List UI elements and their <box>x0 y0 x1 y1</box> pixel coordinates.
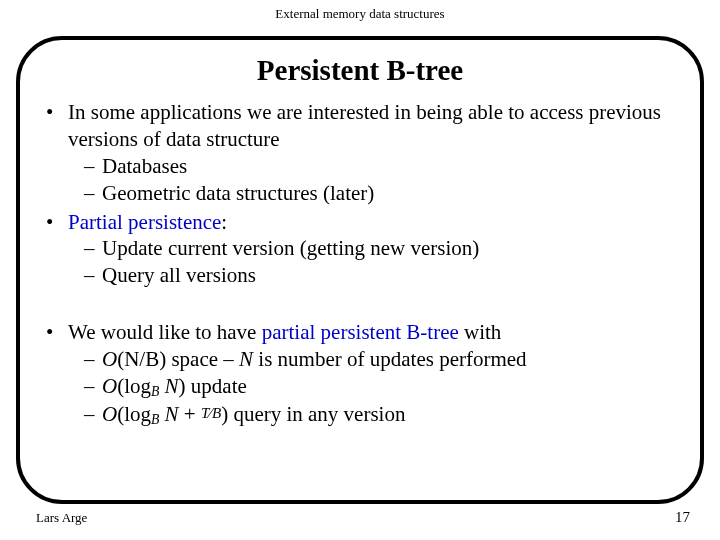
bullet-dot-icon: • <box>44 209 68 236</box>
slide-body: • In some applications we are interested… <box>44 99 676 429</box>
math-N: N <box>159 374 178 398</box>
bullet-2: • Partial persistence: <box>44 209 676 236</box>
bullet-3c: with <box>459 320 502 344</box>
math-T: T <box>201 405 209 421</box>
bullet-2-sub-2-text: Query all versions <box>102 262 676 289</box>
math-plus: + <box>179 402 201 426</box>
dash-icon: – <box>84 180 102 207</box>
footer-author: Lars Arge <box>36 510 87 526</box>
bullet-2-link-text: Partial persistence <box>68 210 221 234</box>
slide-title: Persistent B-tree <box>44 54 676 87</box>
slide: External memory data structures Persiste… <box>0 0 720 540</box>
math-O: O <box>102 347 117 371</box>
math-ologbn-query: O(logB N + T⁄B) <box>102 402 228 426</box>
footer-page-number: 17 <box>675 509 690 526</box>
bullet-3-text: We would like to have partial persistent… <box>68 319 676 346</box>
bullet-2-sub-2: – Query all versions <box>84 262 676 289</box>
math-onb: (N/B) <box>117 347 166 371</box>
bullet-1-sub-1: – Databases <box>84 153 676 180</box>
bullet-2-sub-1-text: Update current version (getting new vers… <box>102 235 676 262</box>
math-O: O <box>102 374 117 398</box>
dash-icon: – <box>84 373 102 401</box>
math-N: N <box>239 347 253 371</box>
bullet-2-sub-1: – Update current version (getting new ve… <box>84 235 676 262</box>
bullet-1-sub-2-text: Geometric data structures (later) <box>102 180 676 207</box>
math-frac: T⁄B <box>201 405 221 421</box>
bullet-dot-icon: • <box>44 319 68 346</box>
math-N: N <box>159 402 178 426</box>
bullet-1-text: In some applications we are interested i… <box>68 99 676 153</box>
text-space: space – <box>166 347 239 371</box>
math-open-log: (log <box>117 374 151 398</box>
bullet-3-sub-1-text: O(N/B) space – N is number of updates pe… <box>102 346 676 373</box>
math-open-log: (log <box>117 402 151 426</box>
bullet-1-sub-1-text: Databases <box>102 153 676 180</box>
math-B2: B <box>212 405 221 421</box>
math-O: O <box>102 402 117 426</box>
bullet-3-sub-2: – O(logB N) update <box>84 373 676 401</box>
text-update: update <box>186 374 247 398</box>
bullet-2-text: Partial persistence: <box>68 209 676 236</box>
bullet-dot-icon: • <box>44 99 68 153</box>
dash-icon: – <box>84 401 102 429</box>
bullet-1-sub-2: – Geometric data structures (later) <box>84 180 676 207</box>
dash-icon: – <box>84 262 102 289</box>
text-query: query in any version <box>228 402 405 426</box>
slide-header: External memory data structures <box>0 6 720 22</box>
math-ologbn-update: O(logB N) <box>102 374 186 398</box>
bullet-3a: We would like to have <box>68 320 262 344</box>
math-close: ) <box>179 374 186 398</box>
bullet-3-sub-3: – O(logB N + T⁄B) query in any version <box>84 401 676 429</box>
bullet-3-sub-2-text: O(logB N) update <box>102 373 676 401</box>
bullet-3b-link-text: partial persistent B-tree <box>262 320 459 344</box>
bullet-3: • We would like to have partial persiste… <box>44 319 676 346</box>
slide-frame: Persistent B-tree • In some applications… <box>16 36 704 504</box>
dash-icon: – <box>84 346 102 373</box>
bullet-3-sub-1: – O(N/B) space – N is number of updates … <box>84 346 676 373</box>
dash-icon: – <box>84 153 102 180</box>
dash-icon: – <box>84 235 102 262</box>
bullet-1: • In some applications we are interested… <box>44 99 676 153</box>
spacer <box>44 289 676 317</box>
text-updates: is number of updates performed <box>253 347 527 371</box>
bullet-2-colon: : <box>221 210 227 234</box>
bullet-3-sub-3-text: O(logB N + T⁄B) query in any version <box>102 401 676 429</box>
